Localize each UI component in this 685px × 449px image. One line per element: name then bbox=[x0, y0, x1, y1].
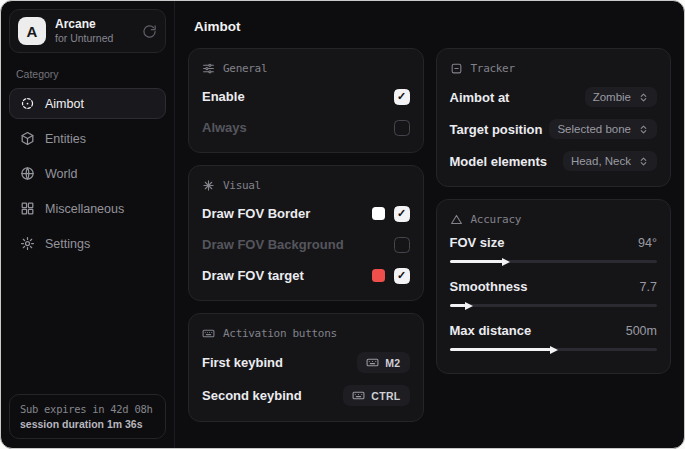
sidebar-item-miscellaneous[interactable]: Miscellaneous bbox=[9, 193, 166, 224]
app-window: A Arcane for Unturned Category Aimbot bbox=[0, 0, 685, 449]
chevron-up-down-icon bbox=[638, 92, 649, 103]
max-distance-slider-block: Max distance 500m bbox=[450, 320, 658, 351]
crosshair-icon bbox=[20, 96, 35, 111]
fov-border-color-swatch[interactable] bbox=[372, 207, 385, 220]
fov-size-value: 94° bbox=[638, 236, 657, 250]
fov-border-checkbox[interactable] bbox=[394, 206, 410, 222]
setting-label: Second keybind bbox=[202, 388, 302, 403]
sidebar: A Arcane for Unturned Category Aimbot bbox=[1, 1, 175, 448]
app-name: Arcane bbox=[55, 17, 113, 32]
subscription-info-card: Sub expires in 42d 08h session duration … bbox=[9, 394, 166, 439]
fov-background-checkbox[interactable] bbox=[394, 237, 410, 253]
sparkle-icon bbox=[202, 179, 215, 192]
sliders-icon bbox=[202, 62, 215, 75]
select-value: Zombie bbox=[593, 91, 631, 103]
sidebar-item-entities[interactable]: Entities bbox=[9, 123, 166, 154]
target-position-select[interactable]: Selected bone bbox=[549, 119, 657, 139]
setting-label: FOV size bbox=[450, 235, 505, 250]
setting-label: Max distance bbox=[450, 323, 532, 338]
setting-row-always: Always bbox=[202, 112, 410, 143]
grid-icon bbox=[20, 201, 35, 216]
setting-label: Model elements bbox=[450, 154, 548, 169]
setting-row-first-keybind: First keybind M2 bbox=[202, 346, 410, 379]
setting-row-second-keybind: Second keybind CTRL bbox=[202, 379, 410, 412]
sidebar-item-settings[interactable]: Settings bbox=[9, 228, 166, 259]
app-logo: A bbox=[18, 17, 46, 45]
fov-size-slider-block: FOV size 94° bbox=[450, 232, 658, 263]
setting-label: Smoothness bbox=[450, 279, 528, 294]
accuracy-card: Accuracy FOV size 94° bbox=[436, 199, 672, 374]
smoothness-slider-block: Smoothness 7.7 bbox=[450, 276, 658, 307]
accuracy-card-title: Accuracy bbox=[450, 213, 658, 226]
sidebar-item-label: Miscellaneous bbox=[45, 202, 124, 216]
smoothness-slider[interactable] bbox=[450, 304, 658, 307]
sidebar-item-world[interactable]: World bbox=[9, 158, 166, 189]
activation-card: Activation buttons First keybind M2 bbox=[188, 313, 424, 422]
setting-row-fov-target: Draw FOV target bbox=[202, 260, 410, 291]
sidebar-item-label: Settings bbox=[45, 237, 90, 251]
gear-icon bbox=[20, 236, 35, 251]
fov-target-color-swatch[interactable] bbox=[372, 269, 385, 282]
globe-icon bbox=[20, 166, 35, 181]
second-keybind-button[interactable]: CTRL bbox=[343, 385, 409, 406]
app-subtitle: for Unturned bbox=[55, 32, 113, 45]
setting-row-enable: Enable bbox=[202, 81, 410, 112]
triangle-icon bbox=[450, 213, 463, 226]
tracker-card: Tracker Aimbot at Zombie Target position bbox=[436, 48, 672, 187]
enable-checkbox[interactable] bbox=[394, 89, 410, 105]
chevron-up-down-icon bbox=[638, 156, 649, 167]
setting-label: Enable bbox=[202, 89, 245, 104]
card-title-text: Visual bbox=[223, 179, 261, 192]
activation-card-title: Activation buttons bbox=[202, 327, 410, 340]
slider-fill bbox=[450, 304, 467, 307]
setting-row-model-elements: Model elements Head, Neck bbox=[450, 145, 658, 177]
slider-fill bbox=[450, 348, 552, 351]
setting-row-target-position: Target position Selected bone bbox=[450, 113, 658, 145]
refresh-icon[interactable] bbox=[142, 24, 157, 39]
slider-handle[interactable] bbox=[465, 302, 473, 310]
first-keybind-button[interactable]: M2 bbox=[357, 352, 409, 373]
slider-handle[interactable] bbox=[502, 258, 510, 266]
fov-size-slider[interactable] bbox=[450, 260, 658, 263]
sidebar-item-aimbot[interactable]: Aimbot bbox=[9, 88, 166, 119]
always-checkbox[interactable] bbox=[394, 120, 410, 136]
setting-label: Target position bbox=[450, 122, 543, 137]
card-title-text: Accuracy bbox=[471, 213, 522, 226]
max-distance-value: 500m bbox=[626, 324, 657, 338]
keyboard-icon bbox=[366, 356, 379, 369]
chevron-up-down-icon bbox=[638, 124, 649, 135]
brand-text: Arcane for Unturned bbox=[55, 17, 113, 45]
keyboard-icon bbox=[352, 389, 365, 402]
setting-label: Draw FOV Background bbox=[202, 237, 344, 252]
cube-icon bbox=[20, 131, 35, 146]
general-card: General Enable Always bbox=[188, 48, 424, 153]
tracker-card-title: Tracker bbox=[450, 62, 658, 75]
left-column: General Enable Always bbox=[188, 48, 424, 422]
setting-row-aimbot-at: Aimbot at Zombie bbox=[450, 81, 658, 113]
sidebar-item-label: Entities bbox=[45, 132, 86, 146]
square-minus-icon bbox=[450, 62, 463, 75]
right-column: Tracker Aimbot at Zombie Target position bbox=[436, 48, 672, 374]
sidebar-item-label: Aimbot bbox=[45, 97, 84, 111]
brand-card: A Arcane for Unturned bbox=[9, 9, 166, 53]
slider-handle[interactable] bbox=[550, 346, 558, 354]
model-elements-select[interactable]: Head, Neck bbox=[563, 151, 657, 171]
page-title: Aimbot bbox=[194, 19, 671, 34]
setting-label: Draw FOV target bbox=[202, 268, 304, 283]
card-title-text: General bbox=[223, 62, 267, 75]
fov-target-checkbox[interactable] bbox=[394, 268, 410, 284]
card-title-text: Activation buttons bbox=[223, 327, 337, 340]
main-content: Aimbot General Enable bbox=[175, 1, 684, 448]
setting-row-fov-border: Draw FOV Border bbox=[202, 198, 410, 229]
max-distance-slider[interactable] bbox=[450, 348, 658, 351]
visual-card-title: Visual bbox=[202, 179, 410, 192]
session-duration-text: session duration 1m 36s bbox=[20, 418, 155, 430]
select-value: Head, Neck bbox=[571, 155, 631, 167]
card-title-text: Tracker bbox=[471, 62, 515, 75]
aimbot-at-select[interactable]: Zombie bbox=[585, 87, 657, 107]
setting-row-fov-background: Draw FOV Background bbox=[202, 229, 410, 260]
setting-label: Draw FOV Border bbox=[202, 206, 310, 221]
category-label: Category bbox=[16, 68, 159, 80]
general-card-title: General bbox=[202, 62, 410, 75]
sub-expires-text: Sub expires in 42d 08h bbox=[20, 403, 155, 415]
